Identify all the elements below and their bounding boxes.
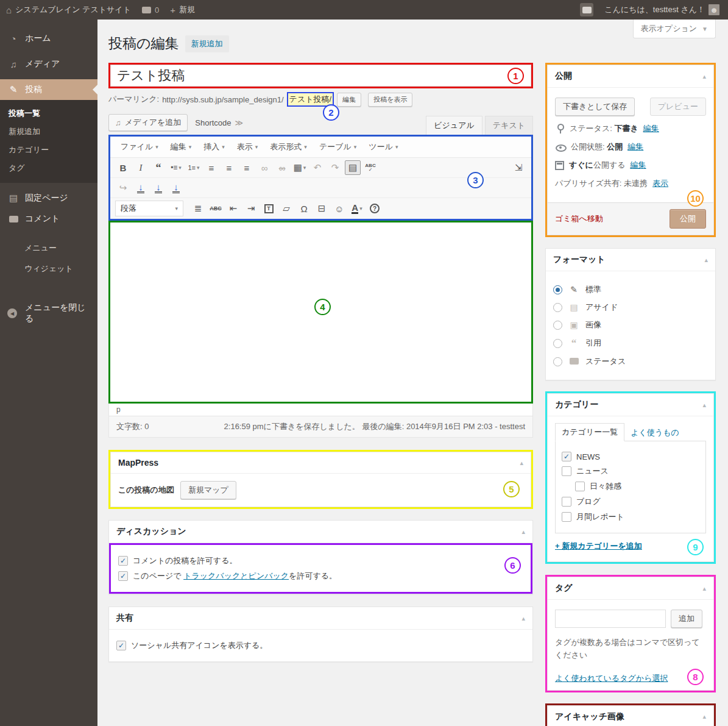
- collapse-toggle-icon[interactable]: ▴: [702, 585, 706, 593]
- publish-button[interactable]: 公開: [670, 209, 706, 229]
- trackback-link[interactable]: トラックバックとピンバック: [183, 571, 289, 580]
- menu-file[interactable]: ファイル▾: [115, 138, 164, 155]
- collapse-toggle-icon[interactable]: ▴: [704, 256, 708, 264]
- remove-format-button[interactable]: ▱: [278, 201, 294, 216]
- italic-button[interactable]: I: [133, 160, 149, 175]
- tab-all-categories[interactable]: カテゴリー一覧: [555, 423, 624, 441]
- numbered-list-button[interactable]: 1≡▾: [186, 160, 202, 175]
- admin-bar-account[interactable]: こんにちは、testtest さん！ ☻: [604, 4, 719, 15]
- editor-content-area[interactable]: 4: [108, 221, 533, 404]
- allow-trackbacks-checkbox[interactable]: [118, 571, 128, 581]
- collapse-menu-button[interactable]: ◀ メニューを閉じる: [0, 297, 97, 329]
- new-map-button[interactable]: 新規マップ: [180, 481, 236, 499]
- add-media-button[interactable]: ♫ メディアを追加: [108, 114, 188, 131]
- menu-tools[interactable]: ツール▾: [363, 138, 403, 155]
- publicize-show-link[interactable]: 表示: [652, 178, 668, 189]
- add-tag-button[interactable]: 追加: [671, 610, 702, 628]
- category-checkbox-news[interactable]: [562, 452, 571, 461]
- format-image-radio[interactable]: [553, 321, 562, 330]
- permalink-slug[interactable]: テスト投稿/: [287, 92, 334, 107]
- featured-image-header[interactable]: アイキャッチ画像 ▴: [548, 706, 713, 726]
- format-header[interactable]: フォーマット ▴: [546, 249, 715, 271]
- paragraph-select[interactable]: 段落 ▾: [115, 201, 183, 216]
- add-category-link[interactable]: + 新規カテゴリーを追加: [555, 541, 642, 552]
- outdent-button[interactable]: ⇤: [225, 201, 241, 216]
- admin-bar-new[interactable]: + 新規: [170, 4, 195, 15]
- format-standard-radio[interactable]: [553, 285, 562, 294]
- sidebar-item-menus[interactable]: メニュー: [0, 238, 97, 258]
- bullet-list-button[interactable]: •≡▾: [168, 160, 184, 175]
- allow-comments-checkbox[interactable]: [118, 556, 128, 566]
- toolbar-toggle-button[interactable]: ▤: [345, 160, 361, 175]
- bold-button[interactable]: B: [115, 160, 131, 175]
- collapse-toggle-icon[interactable]: ▴: [702, 73, 706, 80]
- menu-view[interactable]: 表示▾: [231, 138, 264, 155]
- submenu-add-new[interactable]: 新規追加: [0, 123, 97, 141]
- post-title-input[interactable]: [110, 65, 531, 87]
- admin-bar-site[interactable]: ⌂ システムブレイン テストサイト: [6, 4, 131, 15]
- sidebar-item-widgets[interactable]: ウィジェット: [0, 258, 97, 279]
- publish-header[interactable]: 公開 ▴: [548, 65, 713, 88]
- submenu-all-posts[interactable]: 投稿一覧: [0, 104, 97, 123]
- collapse-toggle-icon[interactable]: ▴: [521, 614, 525, 622]
- collapse-toggle-icon[interactable]: ▴: [520, 459, 523, 467]
- special-char-button[interactable]: Ω: [296, 201, 312, 216]
- tags-header[interactable]: タグ ▴: [548, 577, 713, 600]
- paste-as-text-button[interactable]: T: [261, 201, 277, 216]
- preview-button[interactable]: プレビュー: [650, 98, 706, 116]
- edit-schedule-link[interactable]: 編集: [631, 160, 646, 171]
- category-checkbox-zakkan[interactable]: [575, 482, 585, 491]
- format-aside-radio[interactable]: [553, 303, 562, 312]
- page-break-button[interactable]: ⊟: [314, 201, 330, 216]
- horizontal-rule-button[interactable]: ≣: [190, 201, 206, 216]
- category-checkbox-monthly[interactable]: [562, 512, 571, 522]
- menu-format[interactable]: 表示形式▾: [264, 138, 313, 155]
- page-list-icon[interactable]: ↪: [115, 180, 131, 195]
- save-draft-button[interactable]: 下書きとして保存: [555, 98, 635, 116]
- align-left-button[interactable]: ≡: [203, 160, 219, 175]
- unlink-button[interactable]: ∞: [274, 160, 290, 175]
- mappress-header[interactable]: MapPress ▴: [111, 452, 531, 474]
- edit-permalink-button[interactable]: 編集: [337, 93, 361, 107]
- menu-edit[interactable]: 編集▾: [165, 138, 197, 155]
- redo-button[interactable]: ↷: [327, 160, 343, 175]
- collapse-toggle-icon[interactable]: ▴: [521, 528, 525, 536]
- strikethrough-button[interactable]: ABC: [208, 201, 224, 216]
- move-to-trash-link[interactable]: ゴミ箱へ移動: [555, 213, 603, 224]
- share-header[interactable]: 共有 ▴: [109, 607, 532, 630]
- collapse-toggle-icon[interactable]: ▴: [702, 713, 706, 721]
- help-button[interactable]: ?: [367, 201, 383, 216]
- edit-visibility-link[interactable]: 編集: [627, 141, 643, 152]
- submenu-categories[interactable]: カテゴリー: [0, 141, 97, 159]
- table-button[interactable]: ▦▾: [292, 160, 308, 175]
- tab-text[interactable]: テキスト: [485, 116, 533, 135]
- tab-most-used[interactable]: よく使うもの: [624, 424, 685, 441]
- indent-button[interactable]: ⇥: [243, 201, 259, 216]
- text-color-button[interactable]: A▾: [349, 201, 365, 216]
- format-quote-radio[interactable]: [553, 339, 562, 348]
- adless-tag-button[interactable]: ↓: [168, 180, 184, 195]
- tab-visual[interactable]: ビジュアル: [426, 116, 482, 135]
- fullscreen-button[interactable]: ⇲: [511, 160, 526, 175]
- sidebar-item-media[interactable]: ♫ メディア: [0, 54, 97, 74]
- menu-insert[interactable]: 挿入▾: [198, 138, 230, 155]
- admin-bar-comments[interactable]: 0: [142, 5, 159, 15]
- view-post-button[interactable]: 投稿を表示: [368, 93, 412, 107]
- undo-button[interactable]: ↶: [309, 160, 325, 175]
- notification-bubble-icon[interactable]: [580, 3, 593, 16]
- collapse-toggle-icon[interactable]: ▴: [702, 401, 706, 409]
- sidebar-item-posts[interactable]: ✎ 投稿: [0, 79, 97, 100]
- add-new-button[interactable]: 新規追加: [185, 35, 229, 52]
- category-checkbox-blog[interactable]: [562, 497, 571, 507]
- format-status-radio[interactable]: [553, 357, 562, 366]
- discussion-header[interactable]: ディスカッション ▴: [109, 521, 532, 543]
- align-right-button[interactable]: ≡: [239, 160, 255, 175]
- shortcode-button[interactable]: Shortcode ≫: [195, 118, 243, 127]
- more-tag-button[interactable]: ↓: [133, 180, 149, 195]
- spellcheck-button[interactable]: ABC✓: [362, 160, 378, 175]
- edit-status-link[interactable]: 編集: [643, 123, 659, 134]
- category-header[interactable]: カテゴリー ▴: [548, 394, 713, 416]
- sidebar-item-comments[interactable]: コメント: [0, 208, 97, 229]
- category-checkbox-nyusu[interactable]: [562, 466, 571, 476]
- choose-from-tags-link[interactable]: よく使われているタグから選択: [555, 674, 668, 683]
